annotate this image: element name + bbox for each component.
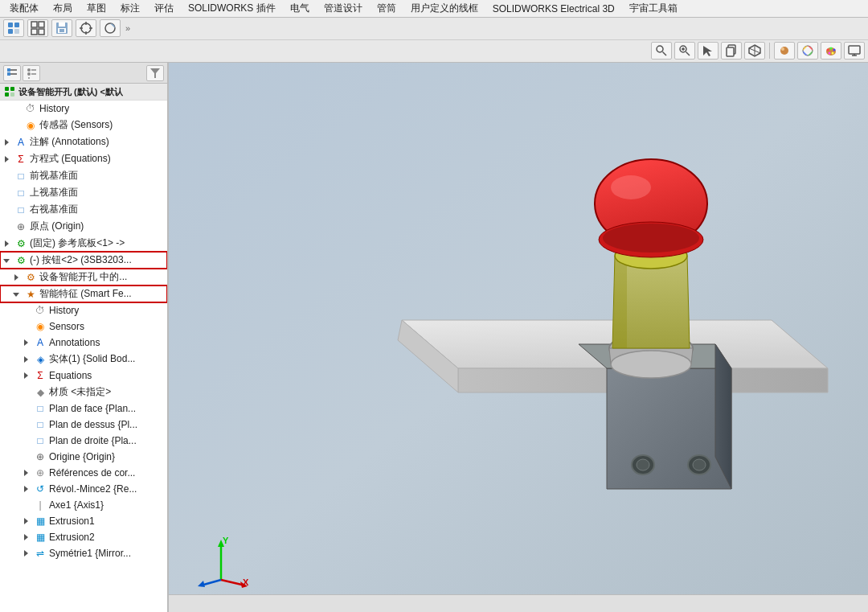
item-label-ref2: Références de cor... xyxy=(49,467,135,479)
zoom-icon[interactable] xyxy=(674,42,695,60)
root-node[interactable]: 设备智能开孔 (默认) <默认 xyxy=(0,84,167,101)
tree-item-equations1[interactable]: Σ方程式 (Equations) xyxy=(0,150,167,167)
expand-icon-smart1[interactable] xyxy=(13,274,23,281)
item-icon-button1: ⚙ xyxy=(14,254,27,267)
svg-marker-85 xyxy=(613,256,627,348)
tree-item-smart1[interactable]: ⚙设备智能开孔 中的... xyxy=(0,269,167,285)
tree-item-plane3[interactable]: □右视基准面 xyxy=(0,201,167,218)
svg-point-36 xyxy=(833,49,836,51)
main-layout: 设备智能开孔 (默认) <默认 ⏱History◉传感器 (Sensors)A注… xyxy=(0,63,868,612)
tab-crosshair-icon[interactable] xyxy=(76,19,96,37)
menu-evaluate[interactable]: 评估 xyxy=(148,0,180,17)
tree-item-axis1[interactable]: |Axe1 {Axis1} xyxy=(0,497,167,513)
item-label-planef2: Plan de dessus {Pl... xyxy=(49,419,137,430)
feature-tree[interactable]: ⏱History◉传感器 (Sensors)A注解 (Annotations)Σ… xyxy=(0,101,167,612)
tree-item-planef1[interactable]: □Plan de face {Plan... xyxy=(0,400,167,417)
tree-item-origin1[interactable]: ⊕原点 (Origin) xyxy=(0,218,167,235)
svg-marker-66 xyxy=(24,486,28,492)
featuretree-icon[interactable] xyxy=(3,65,21,81)
tree-item-planef2[interactable]: □Plan de dessus {Pl... xyxy=(0,417,167,433)
svg-marker-65 xyxy=(24,470,28,476)
palette-icon[interactable] xyxy=(821,42,841,60)
item-icon-equations2: Σ xyxy=(34,369,47,382)
tree-item-material1[interactable]: ◆材质 <未指定> xyxy=(0,384,167,400)
item-label-history1: History xyxy=(39,103,69,114)
expand-icon-revolve1[interactable] xyxy=(23,486,32,492)
viewport[interactable]: Y X xyxy=(169,63,868,612)
tree-item-extrusion2[interactable]: ▦Extrusion2 xyxy=(0,529,167,545)
item-icon-symmetry1: ⇌ xyxy=(34,547,47,560)
expand-icon-ref1[interactable] xyxy=(3,240,13,247)
render-icon[interactable] xyxy=(774,42,795,60)
pointer-icon[interactable] xyxy=(698,42,719,60)
tree-item-plane1[interactable]: □前视基准面 xyxy=(0,167,167,184)
tree-item-history2[interactable]: ⏱History xyxy=(0,302,167,318)
tree-item-button1[interactable]: ⚙(-) 按钮<2> (3SB3203... xyxy=(0,252,167,269)
search-icon[interactable] xyxy=(651,42,672,60)
expand-icon-smartfeature1[interactable] xyxy=(13,291,23,298)
tree-item-ref1[interactable]: ⚙(固定) 参考底板<1> -> xyxy=(0,235,167,252)
tree-item-ref2[interactable]: ⊕Références de cor... xyxy=(0,465,167,481)
cube-icon[interactable] xyxy=(744,42,765,60)
expand-icon-body1[interactable] xyxy=(23,356,32,363)
menu-sw-electrical3d[interactable]: SOLIDWORKS Electrical 3D xyxy=(486,2,621,16)
svg-marker-64 xyxy=(24,372,28,379)
svg-rect-44 xyxy=(7,72,10,76)
copy-icon[interactable] xyxy=(721,42,742,60)
expand-icon-button1[interactable] xyxy=(3,257,13,264)
tree-item-sensors2[interactable]: ◉Sensors xyxy=(0,318,167,335)
menu-cosmos[interactable]: 宇宙工具箱 xyxy=(623,0,684,17)
menu-sw-addins[interactable]: SOLIDWORKS 插件 xyxy=(182,0,282,17)
properties-icon[interactable] xyxy=(23,65,40,81)
svg-marker-63 xyxy=(24,356,28,363)
filter-icon[interactable] xyxy=(146,65,164,81)
tab-circle-icon[interactable] xyxy=(100,19,121,37)
tree-item-symmetry1[interactable]: ⇌Symétrie1 {Mirror... xyxy=(0,545,167,561)
menu-tube[interactable]: 管筒 xyxy=(371,0,403,17)
expand-icon-extrusion1[interactable] xyxy=(23,518,32,524)
svg-marker-56 xyxy=(5,139,9,146)
tab-grid-icon[interactable] xyxy=(27,19,48,37)
tree-item-revolve1[interactable]: ↺Révol.-Mince2 {Re... xyxy=(0,481,167,497)
expand-icon-symmetry1[interactable] xyxy=(23,550,32,557)
expand-icon-equations1[interactable] xyxy=(3,156,13,162)
item-label-plane3: 右视基准面 xyxy=(30,203,78,216)
tab-save-icon[interactable] xyxy=(51,19,72,37)
tree-item-equations2[interactable]: ΣEquations xyxy=(0,368,167,384)
item-label-plane2: 上视基准面 xyxy=(30,186,78,199)
tree-item-history1[interactable]: ⏱History xyxy=(0,101,167,117)
tree-item-plane2[interactable]: □上视基准面 xyxy=(0,184,167,201)
svg-marker-68 xyxy=(24,534,28,540)
menu-layout[interactable]: 布局 xyxy=(47,0,79,17)
menu-assembly[interactable]: 装配体 xyxy=(3,0,45,17)
tree-item-annotations2[interactable]: AAnnotations xyxy=(0,335,167,351)
menu-electrical[interactable]: 电气 xyxy=(284,0,316,17)
expand-icon-equations2[interactable] xyxy=(23,372,32,379)
svg-rect-9 xyxy=(59,23,65,27)
item-icon-annotations2: A xyxy=(34,336,47,349)
tree-item-extrusion1[interactable]: ▦Extrusion1 xyxy=(0,513,167,529)
menu-routing[interactable]: 用户定义的线框 xyxy=(404,0,485,17)
menu-annotation[interactable]: 标注 xyxy=(114,0,146,17)
item-icon-smartfeature1: ★ xyxy=(24,288,37,301)
tree-item-sensors1[interactable]: ◉传感器 (Sensors) xyxy=(0,117,167,133)
tree-item-planef3[interactable]: □Plan de droite {Pla... xyxy=(0,433,167,449)
monitor-icon[interactable] xyxy=(844,42,865,60)
tab-assembly-icon[interactable] xyxy=(3,19,24,37)
item-label-revolve1: Révol.-Mince2 {Re... xyxy=(49,483,137,495)
expand-icon-annotations1[interactable] xyxy=(3,139,13,146)
tree-item-annotations1[interactable]: A注解 (Annotations) xyxy=(0,133,167,150)
tree-item-body1[interactable]: ◈实体(1) {Solid Bod... xyxy=(0,351,167,368)
tree-item-origin2[interactable]: ⊕Origine {Origin} xyxy=(0,449,167,465)
expand-icon-annotations2[interactable] xyxy=(23,339,32,346)
svg-point-18 xyxy=(657,46,663,52)
color-wheel-icon[interactable] xyxy=(797,42,818,60)
tree-item-smartfeature1[interactable]: ★智能特征 (Smart Fe... xyxy=(0,285,167,302)
expand-icon-ref2[interactable] xyxy=(23,470,32,476)
menu-piping[interactable]: 管道设计 xyxy=(317,0,369,17)
menu-sketch[interactable]: 草图 xyxy=(80,0,113,17)
toolbar-more-btn[interactable]: » xyxy=(124,22,132,35)
status-bar xyxy=(169,594,868,612)
expand-icon-extrusion2[interactable] xyxy=(23,534,32,540)
svg-rect-42 xyxy=(7,68,10,72)
